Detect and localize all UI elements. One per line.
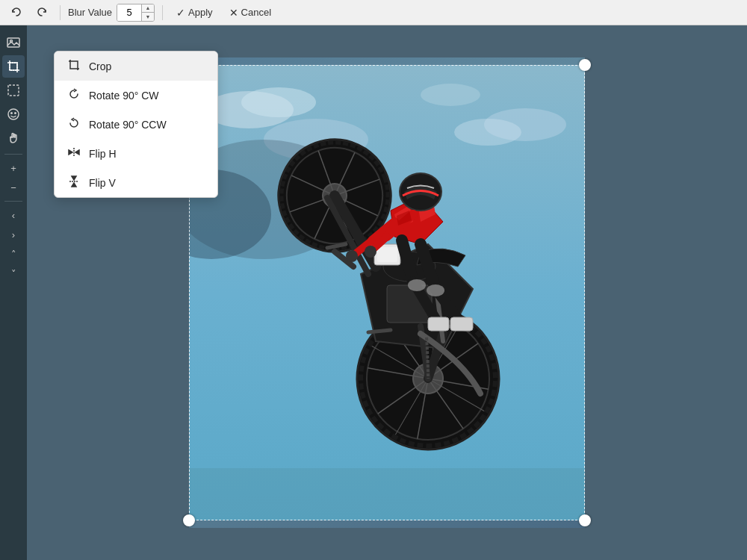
svg-point-6	[15, 113, 16, 114]
dropdown-item-flip-h-label: Flip H	[89, 148, 117, 160]
chevron-left-icon: ‹	[12, 210, 15, 221]
svg-rect-53	[377, 247, 397, 262]
svg-rect-3	[8, 85, 19, 96]
toolbar: Blur Value ▲ ▼ ✓ Apply ✕ Cancel	[0, 0, 747, 25]
svg-point-70	[427, 284, 444, 296]
svg-point-18	[421, 84, 480, 106]
svg-marker-11	[72, 176, 76, 180]
undo-button[interactable]	[6, 2, 27, 23]
blur-decrement-button[interactable]: ▼	[142, 13, 154, 21]
plus-icon: +	[10, 163, 16, 174]
svg-point-4	[8, 109, 19, 119]
dropdown-menu: Crop Rotate 90° CW Rotat	[54, 51, 218, 198]
sidebar: + − ‹ › ˄ ˅	[0, 25, 27, 560]
sidebar-item-image[interactable]	[2, 31, 25, 54]
sidebar-item-add[interactable]: +	[4, 159, 22, 177]
x-icon: ✕	[229, 7, 238, 19]
crop-icon	[66, 59, 81, 73]
rotate-ccw-icon	[66, 117, 81, 131]
sidebar-item-hand[interactable]	[2, 127, 25, 149]
sidebar-item-down[interactable]: ˅	[4, 264, 22, 282]
svg-rect-68	[450, 317, 473, 331]
crop-handle-bottom-left[interactable]	[183, 514, 195, 526]
chevron-down-icon: ˅	[11, 268, 16, 279]
svg-point-5	[11, 113, 13, 114]
crop-handle-bottom-right[interactable]	[579, 514, 591, 526]
image-container	[189, 57, 585, 528]
redo-button[interactable]	[31, 2, 52, 23]
toolbar-separator-2	[162, 5, 163, 20]
dropdown-item-rotate-ccw-label: Rotate 90° CCW	[89, 119, 167, 131]
dropdown-item-flip-h[interactable]: Flip H	[55, 139, 217, 168]
svg-rect-2	[10, 63, 17, 70]
sidebar-item-face[interactable]	[2, 103, 25, 125]
svg-point-60	[346, 250, 358, 262]
sidebar-sep-1	[4, 154, 22, 155]
flip-v-icon	[66, 175, 81, 190]
svg-rect-69	[428, 317, 449, 331]
toolbar-separator	[60, 5, 61, 20]
blur-spinner: ▲ ▼	[141, 4, 154, 21]
sidebar-item-next[interactable]: ›	[4, 225, 22, 243]
dropdown-item-rotate-ccw[interactable]: Rotate 90° CCW	[55, 110, 217, 139]
apply-button[interactable]: ✓ Apply	[170, 4, 219, 22]
sidebar-sep-2	[4, 201, 22, 202]
canvas-area: Crop Rotate 90° CW Rotat	[27, 25, 747, 560]
svg-marker-8	[69, 150, 72, 155]
svg-line-51	[368, 330, 391, 332]
svg-rect-0	[7, 38, 19, 47]
cancel-label: Cancel	[241, 7, 271, 18]
dropdown-item-crop[interactable]: Crop	[55, 52, 217, 81]
sidebar-item-prev[interactable]: ‹	[4, 206, 22, 224]
dropdown-item-crop-label: Crop	[89, 60, 111, 72]
dropdown-item-rotate-cw-label: Rotate 90° CW	[89, 90, 159, 102]
blur-value-input[interactable]	[117, 4, 141, 21]
blur-value-container: ▲ ▼	[117, 4, 155, 22]
blur-increment-button[interactable]: ▲	[142, 4, 154, 13]
sidebar-item-select[interactable]	[2, 79, 25, 102]
svg-point-63	[365, 246, 376, 258]
apply-label: Apply	[188, 7, 213, 18]
svg-point-71	[408, 279, 426, 291]
svg-marker-9	[75, 150, 79, 155]
chevron-right-icon: ›	[12, 229, 15, 240]
rotate-cw-icon	[66, 88, 81, 102]
svg-point-15	[241, 87, 316, 117]
main-area: + − ‹ › ˄ ˅	[0, 25, 747, 560]
crop-handle-top-right[interactable]	[579, 59, 591, 71]
svg-marker-12	[72, 183, 76, 187]
sidebar-item-crop[interactable]	[2, 55, 25, 78]
flip-h-icon	[66, 146, 81, 161]
cancel-button[interactable]: ✕ Cancel	[223, 4, 277, 22]
sidebar-item-up[interactable]: ˄	[4, 245, 22, 263]
sidebar-item-minus[interactable]: −	[4, 178, 22, 196]
check-icon: ✓	[176, 7, 185, 19]
dropdown-item-flip-v[interactable]: Flip V	[55, 168, 217, 197]
chevron-up-icon: ˄	[11, 249, 16, 260]
minus-icon: −	[10, 182, 16, 193]
dropdown-item-rotate-cw[interactable]: Rotate 90° CW	[55, 81, 217, 110]
svg-point-17	[454, 119, 521, 146]
motocross-image	[189, 65, 585, 520]
svg-rect-72	[189, 468, 585, 520]
blur-value-label: Blur Value	[68, 7, 112, 18]
dropdown-item-flip-v-label: Flip V	[89, 177, 116, 189]
